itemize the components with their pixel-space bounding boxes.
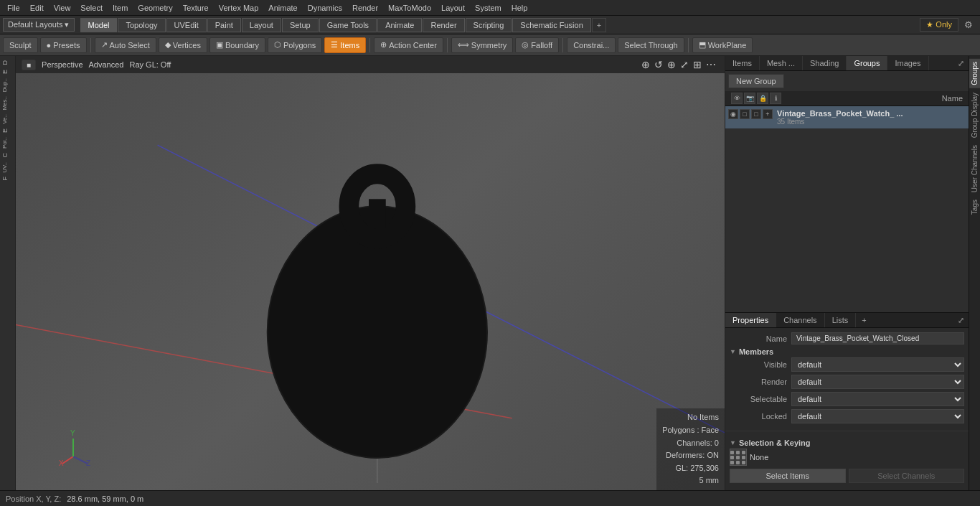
vp-ctrl-fit[interactable]: ⤢	[680, 59, 689, 70]
separator-1	[90, 38, 91, 52]
gi-cam-icon[interactable]: □	[740, 109, 750, 119]
settings-icon[interactable]: ⚙	[960, 18, 977, 32]
prop-selectable-select[interactable]: default	[791, 392, 964, 406]
tab-add[interactable]: +	[592, 18, 606, 32]
menu-animate[interactable]: Animate	[264, 2, 301, 14]
tab-topology[interactable]: Topology	[118, 18, 165, 32]
vp-toggle[interactable]: ■	[22, 60, 36, 70]
tab-animate[interactable]: Animate	[377, 18, 422, 32]
sel-keying-section[interactable]: Selection & Keying	[730, 439, 964, 447]
sidebar-item-pol[interactable]: Pol..	[1, 136, 14, 150]
props-tab-properties[interactable]: Properties	[725, 313, 776, 327]
star-only-button[interactable]: ★ Only	[920, 18, 958, 32]
tab-render[interactable]: Render	[423, 18, 464, 32]
sidebar-item-e2[interactable]: E	[1, 127, 14, 134]
tab-images[interactable]: Images	[887, 56, 928, 70]
prop-locked-select[interactable]: default	[791, 409, 964, 423]
vtab-group-display[interactable]: Group Display	[969, 90, 980, 141]
menu-edit[interactable]: Edit	[26, 2, 48, 14]
tab-gametools[interactable]: Game Tools	[319, 18, 377, 32]
props-tab-channels[interactable]: Channels	[776, 313, 824, 327]
menu-file[interactable]: File	[3, 2, 24, 14]
members-section[interactable]: Members	[730, 347, 964, 356]
workplane-button[interactable]: ⬒ WorkPlane	[692, 37, 753, 53]
vtab-user-channels[interactable]: User Channels	[969, 142, 980, 195]
new-group-button[interactable]: New Group	[728, 74, 784, 88]
menu-texture[interactable]: Texture	[179, 2, 213, 14]
select-items-button[interactable]: Select Items	[730, 469, 846, 483]
tab-shading[interactable]: Shading	[803, 56, 847, 70]
sculpt-button[interactable]: Sculpt	[3, 37, 38, 53]
sidebar-item-dup[interactable]: Dup..	[1, 77, 14, 93]
menu-system[interactable]: System	[471, 2, 506, 14]
select-through-button[interactable]: Select Through	[618, 37, 684, 53]
group-icon-eye[interactable]: 👁	[731, 93, 743, 104]
constraints-button[interactable]: Constrai...	[567, 37, 616, 53]
panel-expand-icon[interactable]: ⤢	[953, 57, 969, 70]
action-center-button[interactable]: ⊕ Action Center	[374, 37, 443, 53]
presets-button[interactable]: ● Presets	[40, 37, 87, 53]
menu-select[interactable]: Select	[76, 2, 107, 14]
sidebar-item-mes[interactable]: Mes..	[1, 95, 14, 112]
menu-help[interactable]: Help	[507, 2, 532, 14]
menu-maxtomodo[interactable]: MaxToModo	[384, 2, 435, 14]
vp-ctrl-more[interactable]: ⋯	[706, 59, 716, 70]
sidebar-item-uv[interactable]: UV..	[1, 161, 14, 174]
prop-visible-select[interactable]: default	[791, 357, 964, 372]
prop-render-select[interactable]: default	[791, 375, 964, 389]
sidebar-item-d[interactable]: D	[1, 59, 14, 67]
sidebar-item-c[interactable]: C	[1, 151, 14, 159]
tab-schematic[interactable]: Schematic Fusion	[512, 18, 590, 32]
polygons-button[interactable]: ⬡ Polygons	[268, 37, 322, 53]
items-button[interactable]: ☰ Items	[324, 37, 366, 53]
vp-ctrl-rotate[interactable]: ↺	[654, 59, 663, 70]
tab-scripting[interactable]: Scripting	[466, 18, 512, 32]
viewport[interactable]: ■ Perspective Advanced Ray GL: Off ⊕ ↺ ⊕…	[16, 56, 725, 490]
group-icon-info[interactable]: ℹ	[770, 93, 781, 104]
menu-layout[interactable]: Layout	[437, 2, 469, 14]
props-expand-icon[interactable]: ⤢	[953, 314, 969, 327]
prop-name-input[interactable]	[791, 332, 964, 345]
tab-uvedit[interactable]: UVEdit	[166, 18, 207, 32]
viewport-canvas[interactable]: X Z Y No Items Polygons : Face Channels:…	[16, 73, 725, 490]
tab-groups[interactable]: Groups	[847, 56, 887, 70]
sidebar-item-ve[interactable]: Ve..	[1, 113, 14, 126]
group-icon-cam[interactable]: 📷	[744, 93, 755, 104]
menu-item[interactable]: Item	[108, 2, 132, 14]
tab-layout[interactable]: Layout	[242, 18, 281, 32]
vp-ctrl-zoom[interactable]: ⊕	[667, 59, 676, 70]
gi-eye-icon[interactable]: ◉	[728, 109, 738, 119]
vertices-button[interactable]: ◆ Vertices	[159, 37, 207, 53]
boundary-button[interactable]: ▣ Boundary	[209, 37, 265, 53]
select-channels-button[interactable]: Select Channels	[849, 469, 965, 483]
menu-render[interactable]: Render	[348, 2, 382, 14]
group-item[interactable]: ◉ □ □ + Vintage_Brass_Pocket_Watch_ ... …	[725, 106, 969, 129]
props-tab-lists[interactable]: Lists	[825, 313, 857, 327]
symmetry-button[interactable]: ⟺ Symmetry	[451, 37, 514, 53]
vtab-groups[interactable]: Groups	[969, 59, 980, 88]
vtab-tags[interactable]: Tags	[969, 197, 980, 217]
sidebar-item-f[interactable]: F	[1, 175, 14, 182]
auto-select-button[interactable]: ↗ Auto Select	[95, 37, 156, 53]
svg-rect-5	[369, 199, 386, 228]
menu-geometry[interactable]: Geometry	[133, 2, 176, 14]
tab-setup[interactable]: Setup	[282, 18, 319, 32]
sidebar-item-e[interactable]: E	[1, 68, 14, 75]
menu-vertexmap[interactable]: Vertex Map	[215, 2, 263, 14]
tab-model[interactable]: Model	[80, 18, 118, 32]
tab-paint[interactable]: Paint	[207, 18, 241, 32]
main-area: D E Dup.. Mes.. Ve.. E Pol.. C UV.. F ■ …	[0, 56, 980, 490]
tab-items[interactable]: Items	[725, 56, 760, 70]
tab-mesh[interactable]: Mesh ...	[760, 56, 803, 70]
menu-dynamics[interactable]: Dynamics	[303, 2, 347, 14]
menu-view[interactable]: View	[50, 2, 75, 14]
toolbar: Sculpt ● Presets ↗ Auto Select ◆ Vertice…	[0, 34, 980, 56]
gi-plus-icon[interactable]: +	[763, 109, 773, 119]
vp-ctrl-camera[interactable]: ⊕	[641, 59, 650, 70]
gi-lock-icon[interactable]: □	[751, 109, 761, 119]
falloff-button[interactable]: ◎ Falloff	[515, 37, 559, 53]
vp-ctrl-grid[interactable]: ⊞	[693, 59, 702, 70]
layout-dropdown[interactable]: Default Layouts ▾	[3, 18, 75, 32]
props-tab-add[interactable]: +	[856, 313, 872, 327]
group-icon-lock[interactable]: 🔒	[757, 93, 768, 104]
